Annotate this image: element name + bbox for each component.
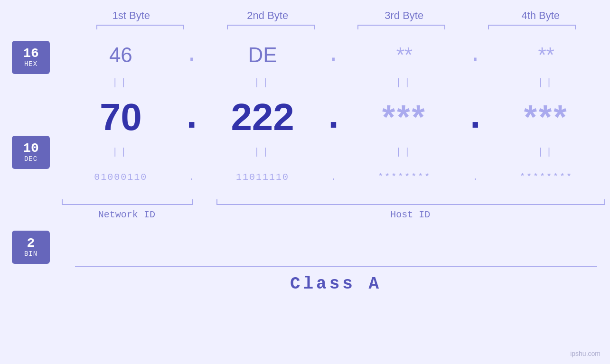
bracket-1 bbox=[96, 25, 184, 29]
dec-sep1: . bbox=[180, 96, 204, 139]
host-bracket bbox=[216, 199, 605, 205]
main-container: 1st Byte 2nd Byte 3rd Byte 4th Byte 16 H… bbox=[0, 0, 610, 364]
bracket-2 bbox=[227, 25, 315, 29]
dec-badge: 10 DEC bbox=[12, 136, 50, 169]
badges-column: 16 HEX 10 DEC 2 BIN bbox=[0, 36, 62, 264]
dec-b3: *** bbox=[346, 98, 464, 136]
byte2-header: 2nd Byte bbox=[211, 9, 324, 22]
values-section: 46 . DE . ** . ** || || || || 70 bbox=[62, 36, 605, 264]
bin-b4: ******** bbox=[487, 172, 605, 183]
bin-b2: 11011110 bbox=[204, 172, 322, 183]
bin-sep2: . bbox=[322, 172, 346, 183]
bin-b1: 01000110 bbox=[62, 172, 180, 183]
top-brackets bbox=[75, 25, 597, 29]
eq2-b4: || bbox=[487, 147, 605, 158]
bin-row: 01000110 . 11011110 . ******** . *******… bbox=[62, 160, 605, 194]
byte1-header: 1st Byte bbox=[75, 9, 188, 22]
bin-sep1: . bbox=[180, 172, 204, 183]
bin-sep3: . bbox=[463, 172, 487, 183]
bin-badge: 2 BIN bbox=[12, 231, 50, 264]
eq2-b1: || bbox=[62, 147, 180, 158]
network-id-label: Network ID bbox=[62, 209, 192, 220]
class-a-row: Class A bbox=[75, 274, 597, 294]
byte3-header: 3rd Byte bbox=[348, 9, 461, 22]
main-area: 16 HEX 10 DEC 2 BIN 46 . DE . ** . ** bbox=[0, 36, 610, 264]
eq1-b1: || bbox=[62, 77, 180, 88]
bin-b3: ******** bbox=[346, 172, 464, 183]
eq1-b2: || bbox=[204, 77, 322, 88]
eq1-b3: || bbox=[346, 77, 464, 88]
network-bracket bbox=[62, 199, 193, 205]
dec-sep2: . bbox=[322, 96, 346, 139]
dec-b2: 222 bbox=[204, 95, 322, 139]
eq2-b3: || bbox=[346, 147, 464, 158]
hex-b4: ** bbox=[487, 43, 605, 67]
hex-b1: 46 bbox=[62, 43, 180, 67]
dec-b4: *** bbox=[487, 98, 605, 136]
bottom-brackets bbox=[62, 196, 605, 205]
class-a-label: Class A bbox=[290, 274, 382, 294]
watermark: ipshu.com bbox=[570, 350, 601, 357]
eq1-b4: || bbox=[487, 77, 605, 88]
host-id-label: Host ID bbox=[216, 209, 605, 220]
hex-sep3: . bbox=[463, 43, 487, 67]
hex-b2: DE bbox=[204, 43, 322, 67]
byte4-header: 4th Byte bbox=[484, 9, 597, 22]
network-host-labels: Network ID Host ID bbox=[62, 205, 605, 224]
hex-badge: 16 HEX bbox=[12, 41, 50, 74]
bracket-3 bbox=[357, 25, 445, 29]
hex-b3: ** bbox=[346, 43, 464, 67]
eq-row-2: || || || || bbox=[62, 143, 605, 160]
dec-row: 70 . 222 . *** . *** bbox=[62, 91, 605, 143]
eq2-b2: || bbox=[204, 147, 322, 158]
bracket-4 bbox=[488, 25, 576, 29]
byte-headers: 1st Byte 2nd Byte 3rd Byte 4th Byte bbox=[75, 9, 597, 22]
dec-b1: 70 bbox=[62, 95, 180, 139]
eq-row-1: || || || || bbox=[62, 74, 605, 91]
hex-sep1: . bbox=[180, 43, 204, 67]
class-divider bbox=[75, 266, 597, 267]
dec-sep3: . bbox=[463, 96, 487, 139]
hex-row: 46 . DE . ** . ** bbox=[62, 36, 605, 74]
hex-sep2: . bbox=[322, 43, 346, 67]
